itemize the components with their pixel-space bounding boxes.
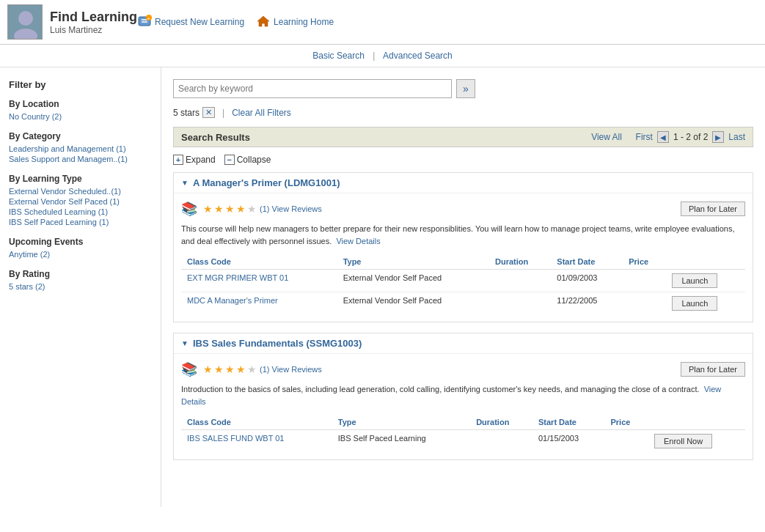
results-count: 1 - 2 of 2 — [673, 132, 708, 142]
col-class-code-1: Class Code — [181, 254, 337, 270]
prev-arrow[interactable]: ◀ — [657, 131, 669, 143]
course-2-books-icon: 📚 — [181, 361, 197, 377]
star-4: ★ — [236, 203, 246, 215]
course-1-row2-start-date: 11/22/2005 — [551, 292, 623, 315]
main-content: » 5 stars ✕ | Clear All Filters Search R… — [161, 67, 765, 507]
filter-by-location: By Location No Country (2) — [9, 99, 152, 121]
svg-point-1 — [18, 11, 33, 26]
main-layout: Filter by By Location No Country (2) By … — [0, 67, 765, 507]
filter-no-country[interactable]: No Country (2) — [9, 112, 152, 121]
col-price-1: Price — [623, 254, 666, 270]
search-input[interactable] — [173, 79, 452, 98]
avatar — [7, 4, 43, 40]
basic-search-link[interactable]: Basic Search — [312, 51, 365, 61]
collapse-icon: − — [224, 155, 235, 165]
col-price-2: Price — [605, 415, 649, 430]
course-2-reviews-link[interactable]: (1) View Reviews — [260, 365, 322, 374]
star-2: ★ — [214, 363, 224, 375]
header-title-block: Find Learning Luis Martinez — [50, 10, 137, 35]
star-1: ★ — [203, 203, 213, 215]
course-1-title[interactable]: A Manager's Primer (LDMG1001) — [193, 177, 340, 188]
username-label: Luis Martinez — [50, 25, 137, 35]
filter-learning-type-title: By Learning Type — [9, 174, 152, 184]
collapse-button[interactable]: − Collapse — [224, 155, 271, 165]
course-2-row1-class-code[interactable]: IBS SALES FUND WBT 01 — [187, 434, 284, 443]
filter-location-title: By Location — [9, 99, 152, 109]
filter-ibs-self-paced[interactable]: IBS Self Paced Learning (1) — [9, 218, 152, 226]
course-2-triangle-icon[interactable]: ▼ — [181, 339, 188, 347]
svg-text:+: + — [147, 16, 150, 21]
course-1-reviews-link[interactable]: (1) View Reviews — [260, 204, 322, 213]
course-1-table-header-row: Class Code Type Duration Start Date Pric… — [181, 254, 745, 270]
star-3: ★ — [225, 363, 235, 375]
expand-collapse-controls: + Expand − Collapse — [173, 155, 753, 165]
results-header: Search Results View All First ◀ 1 - 2 of… — [173, 127, 753, 147]
star-3: ★ — [225, 203, 235, 215]
course-1-row1-launch-button[interactable]: Launch — [672, 273, 717, 288]
course-1-description: This course will help new managers to be… — [181, 223, 745, 247]
course-section-1: ▼ A Manager's Primer (LDMG1001) 📚 ★ ★ ★ … — [173, 172, 753, 322]
course-1-row1-start-date: 01/09/2003 — [551, 270, 623, 292]
learning-home-link[interactable]: Learning Home — [256, 14, 334, 31]
svg-marker-8 — [257, 16, 269, 26]
request-icon: + — [137, 14, 152, 31]
first-link[interactable]: First — [636, 132, 653, 142]
course-2-table-header-row: Class Code Type Duration Start Date Pric… — [181, 415, 745, 430]
filter-leadership[interactable]: Leadership and Management (1) — [9, 144, 152, 153]
filter-remove-button[interactable]: ✕ — [202, 107, 215, 118]
course-2-title[interactable]: IBS Sales Fundamentals (SSMG1003) — [193, 338, 362, 349]
col-action-1 — [666, 254, 745, 270]
filter-sales-support[interactable]: Sales Support and Managem..(1) — [9, 155, 152, 163]
results-navigation: View All First ◀ 1 - 2 of 2 ▶ Last — [591, 131, 745, 143]
course-1-row2-launch-button[interactable]: Launch — [672, 296, 717, 311]
view-all-link[interactable]: View All — [591, 132, 622, 142]
learning-home-label: Learning Home — [274, 17, 334, 27]
last-link[interactable]: Last — [728, 132, 745, 142]
course-1-plan-later-button[interactable]: Plan for Later — [681, 202, 745, 216]
filter-ext-vendor-self-paced[interactable]: External Vendor Self Paced (1) — [9, 197, 152, 206]
course-2-row1-type: IBS Self Paced Learning — [332, 430, 470, 453]
nav-separator: | — [373, 51, 375, 61]
sub-navigation: Basic Search | Advanced Search — [0, 45, 765, 67]
course-section-2: ▼ IBS Sales Fundamentals (SSMG1003) 📚 ★ … — [173, 333, 753, 460]
col-start-date-1: Start Date — [551, 254, 623, 270]
course-1-row2-class-code[interactable]: MDC A Manager's Primer — [187, 296, 278, 305]
request-new-learning-link[interactable]: + Request New Learning — [137, 14, 244, 31]
filter-5-stars[interactable]: 5 stars (2) — [9, 282, 152, 291]
course-1-triangle-icon[interactable]: ▼ — [181, 179, 188, 187]
enroll-now-button[interactable]: Enroll Now — [654, 434, 712, 448]
next-arrow[interactable]: ▶ — [712, 131, 724, 143]
page-title: Find Learning — [50, 10, 137, 25]
expand-icon: + — [173, 155, 183, 165]
course-1-row1-class-code[interactable]: EXT MGR PRIMER WBT 01 — [187, 273, 288, 282]
course-1-books-icon: 📚 — [181, 201, 197, 217]
sidebar: Filter by By Location No Country (2) By … — [0, 67, 161, 507]
course-1-view-details-link[interactable]: View Details — [336, 237, 380, 245]
expand-button[interactable]: + Expand — [173, 155, 216, 165]
star-1: ★ — [203, 363, 213, 375]
request-new-learning-label: Request New Learning — [155, 17, 244, 27]
course-1-row1-duration — [489, 270, 551, 292]
star-4: ★ — [236, 363, 246, 375]
course-2-plan-later-button[interactable]: Plan for Later — [681, 362, 745, 377]
clear-all-filters-link[interactable]: Clear All Filters — [232, 108, 291, 118]
filter-ibs-scheduled[interactable]: IBS Scheduled Learning (1) — [9, 207, 152, 216]
star-5: ★ — [247, 363, 257, 375]
results-title: Search Results — [181, 132, 591, 143]
filter-upcoming-title: Upcoming Events — [9, 237, 152, 247]
filters-separator: | — [222, 108, 224, 118]
course-2-row1-duration — [470, 430, 532, 453]
filter-ext-vendor-scheduled[interactable]: External Vendor Scheduled..(1) — [9, 187, 152, 196]
filter-by-learning-type: By Learning Type External Vendor Schedul… — [9, 174, 152, 226]
advanced-search-link[interactable]: Advanced Search — [383, 51, 453, 61]
course-1-stars: ★ ★ ★ ★ ★ — [203, 203, 257, 215]
search-button[interactable]: » — [456, 79, 475, 98]
course-2-header: ▼ IBS Sales Fundamentals (SSMG1003) — [174, 333, 753, 354]
col-type-1: Type — [337, 254, 489, 270]
course-2-stars: ★ ★ ★ ★ ★ — [203, 363, 257, 375]
col-duration-2: Duration — [470, 415, 532, 430]
filter-anytime[interactable]: Anytime (2) — [9, 250, 152, 259]
expand-label: Expand — [186, 155, 216, 165]
col-action-2 — [648, 415, 745, 430]
course-2-top: 📚 ★ ★ ★ ★ ★ (1) View Reviews Plan for La… — [181, 361, 745, 377]
